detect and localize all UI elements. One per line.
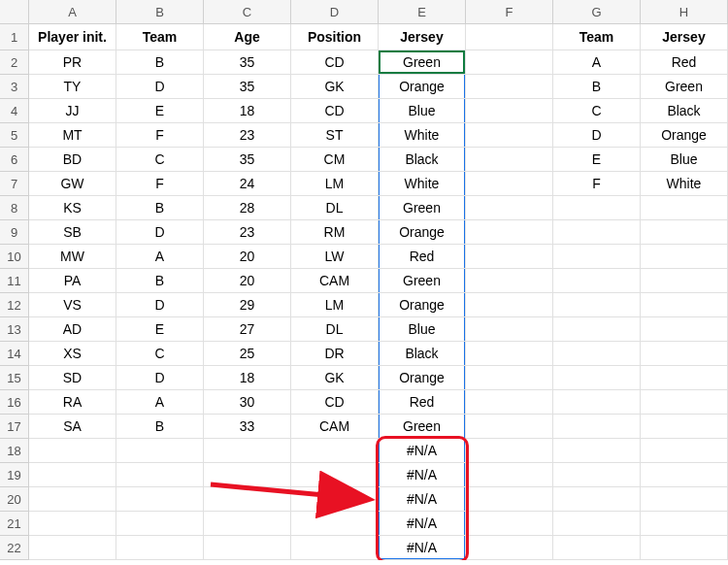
column-header-G[interactable]: G	[553, 0, 641, 24]
cell-A22[interactable]	[29, 536, 116, 560]
cell-B12[interactable]: D	[116, 293, 204, 317]
cell-D7[interactable]: LM	[291, 172, 379, 196]
cell-B4[interactable]: E	[116, 99, 204, 123]
cell-F16[interactable]	[466, 390, 553, 415]
cell-C5[interactable]: 23	[204, 123, 291, 148]
cell-C16[interactable]: 30	[204, 390, 291, 415]
cell-B9[interactable]: D	[116, 220, 204, 245]
cell-A10[interactable]: MW	[29, 245, 116, 269]
row-header-20[interactable]: 20	[0, 487, 29, 512]
cell-C11[interactable]: 20	[204, 269, 291, 293]
cell-E18[interactable]: #N/A	[379, 439, 466, 463]
cell-H6[interactable]: Blue	[641, 148, 728, 172]
cell-E12[interactable]: Orange	[379, 293, 466, 317]
cell-E3[interactable]: Orange	[379, 75, 466, 99]
cell-H21[interactable]	[641, 512, 728, 536]
cell-C18[interactable]	[204, 439, 291, 463]
cell-D20[interactable]	[291, 487, 379, 512]
row-header-11[interactable]: 11	[0, 269, 29, 293]
row-header-15[interactable]: 15	[0, 366, 29, 390]
cell-A20[interactable]	[29, 487, 116, 512]
cell-A13[interactable]: AD	[29, 317, 116, 342]
cell-D12[interactable]: LM	[291, 293, 379, 317]
cell-F1[interactable]	[466, 24, 553, 50]
cell-E4[interactable]: Blue	[379, 99, 466, 123]
cell-B18[interactable]	[116, 439, 204, 463]
row-header-4[interactable]: 4	[0, 99, 29, 123]
cell-H22[interactable]	[641, 536, 728, 560]
cell-D17[interactable]: CAM	[291, 415, 379, 439]
cell-G2[interactable]: A	[553, 50, 641, 75]
cell-D6[interactable]: CM	[291, 148, 379, 172]
cell-F4[interactable]	[466, 99, 553, 123]
cell-C1[interactable]: Age	[204, 24, 291, 50]
cell-D15[interactable]: GK	[291, 366, 379, 390]
cell-E1[interactable]: Jersey	[379, 24, 466, 50]
spreadsheet-grid[interactable]: ABCDEFGH1Player init.TeamAgePositionJers…	[0, 0, 728, 560]
cell-F5[interactable]	[466, 123, 553, 148]
cell-D4[interactable]: CD	[291, 99, 379, 123]
cell-G20[interactable]	[553, 487, 641, 512]
cell-D22[interactable]	[291, 536, 379, 560]
cell-G15[interactable]	[553, 366, 641, 390]
cell-E17[interactable]: Green	[379, 415, 466, 439]
cell-G17[interactable]	[553, 415, 641, 439]
row-header-13[interactable]: 13	[0, 317, 29, 342]
cell-F19[interactable]	[466, 463, 553, 487]
cell-F8[interactable]	[466, 196, 553, 220]
cell-H20[interactable]	[641, 487, 728, 512]
cell-D11[interactable]: CAM	[291, 269, 379, 293]
column-header-A[interactable]: A	[29, 0, 116, 24]
cell-E19[interactable]: #N/A	[379, 463, 466, 487]
cell-E7[interactable]: White	[379, 172, 466, 196]
cell-G4[interactable]: C	[553, 99, 641, 123]
cell-B5[interactable]: F	[116, 123, 204, 148]
cell-B20[interactable]	[116, 487, 204, 512]
cell-A18[interactable]	[29, 439, 116, 463]
cell-D1[interactable]: Position	[291, 24, 379, 50]
cell-B15[interactable]: D	[116, 366, 204, 390]
cell-F11[interactable]	[466, 269, 553, 293]
row-header-7[interactable]: 7	[0, 172, 29, 196]
cell-H16[interactable]	[641, 390, 728, 415]
column-header-B[interactable]: B	[116, 0, 204, 24]
cell-F18[interactable]	[466, 439, 553, 463]
cell-B8[interactable]: B	[116, 196, 204, 220]
row-header-1[interactable]: 1	[0, 24, 29, 50]
cell-G11[interactable]	[553, 269, 641, 293]
row-header-14[interactable]: 14	[0, 342, 29, 366]
row-header-6[interactable]: 6	[0, 148, 29, 172]
cell-B1[interactable]: Team	[116, 24, 204, 50]
cell-F15[interactable]	[466, 366, 553, 390]
row-header-18[interactable]: 18	[0, 439, 29, 463]
cell-D18[interactable]	[291, 439, 379, 463]
cell-C4[interactable]: 18	[204, 99, 291, 123]
cell-C21[interactable]	[204, 512, 291, 536]
cell-D8[interactable]: DL	[291, 196, 379, 220]
cell-F2[interactable]	[466, 50, 553, 75]
cell-E20[interactable]: #N/A	[379, 487, 466, 512]
cell-E22[interactable]: #N/A	[379, 536, 466, 560]
cell-A2[interactable]: PR	[29, 50, 116, 75]
cell-B2[interactable]: B	[116, 50, 204, 75]
cell-C8[interactable]: 28	[204, 196, 291, 220]
cell-A5[interactable]: MT	[29, 123, 116, 148]
cell-G22[interactable]	[553, 536, 641, 560]
cell-A7[interactable]: GW	[29, 172, 116, 196]
cell-H3[interactable]: Green	[641, 75, 728, 99]
cell-F12[interactable]	[466, 293, 553, 317]
cell-A15[interactable]: SD	[29, 366, 116, 390]
cell-H10[interactable]	[641, 245, 728, 269]
cell-H19[interactable]	[641, 463, 728, 487]
cell-B21[interactable]	[116, 512, 204, 536]
cell-F13[interactable]	[466, 317, 553, 342]
cell-C19[interactable]	[204, 463, 291, 487]
cell-F20[interactable]	[466, 487, 553, 512]
cell-A14[interactable]: XS	[29, 342, 116, 366]
row-header-12[interactable]: 12	[0, 293, 29, 317]
cell-H15[interactable]	[641, 366, 728, 390]
cell-G1[interactable]: Team	[553, 24, 641, 50]
cell-D5[interactable]: ST	[291, 123, 379, 148]
cell-C14[interactable]: 25	[204, 342, 291, 366]
cell-F10[interactable]	[466, 245, 553, 269]
